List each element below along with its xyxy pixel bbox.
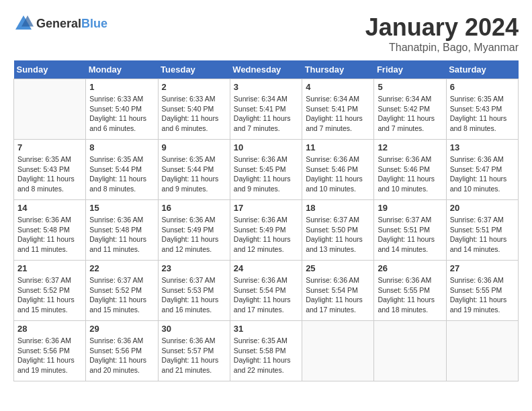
day-info: Sunrise: 6:36 AM Sunset: 5:54 PM Dayligh…: [306, 275, 370, 315]
day-info: Sunrise: 6:36 AM Sunset: 5:48 PM Dayligh…: [89, 215, 154, 255]
calendar-cell: [374, 321, 446, 381]
weekday-header-friday: Friday: [374, 60, 446, 79]
day-info: Sunrise: 6:37 AM Sunset: 5:50 PM Dayligh…: [306, 215, 370, 255]
calendar-cell: 15Sunrise: 6:36 AM Sunset: 5:48 PM Dayli…: [86, 200, 158, 261]
location-title: Thanatpin, Bago, Myanmar: [365, 42, 519, 54]
day-info: Sunrise: 6:36 AM Sunset: 5:54 PM Dayligh…: [234, 275, 298, 315]
calendar-cell: 27Sunrise: 6:36 AM Sunset: 5:55 PM Dayli…: [446, 261, 518, 321]
day-info: Sunrise: 6:36 AM Sunset: 5:55 PM Dayligh…: [450, 275, 515, 315]
day-number: 10: [234, 142, 298, 152]
day-info: Sunrise: 6:37 AM Sunset: 5:52 PM Dayligh…: [89, 275, 154, 315]
calendar-cell: 8Sunrise: 6:35 AM Sunset: 5:44 PM Daylig…: [86, 140, 158, 200]
calendar-cell: 29Sunrise: 6:36 AM Sunset: 5:56 PM Dayli…: [86, 321, 158, 381]
calendar-cell: 31Sunrise: 6:35 AM Sunset: 5:58 PM Dayli…: [230, 321, 302, 381]
calendar-cell: 5Sunrise: 6:34 AM Sunset: 5:42 PM Daylig…: [374, 79, 446, 140]
page-header: GeneralBlue January 2024 Thanatpin, Bago…: [13, 13, 519, 54]
day-number: 15: [89, 203, 154, 213]
logo-general-text: General: [36, 17, 81, 30]
day-info: Sunrise: 6:35 AM Sunset: 5:44 PM Dayligh…: [89, 154, 154, 194]
day-number: 22: [89, 263, 154, 273]
day-info: Sunrise: 6:37 AM Sunset: 5:53 PM Dayligh…: [162, 275, 226, 315]
weekday-header-wednesday: Wednesday: [230, 60, 302, 79]
day-number: 3: [234, 82, 298, 92]
day-info: Sunrise: 6:36 AM Sunset: 5:45 PM Dayligh…: [234, 154, 298, 194]
logo: GeneralBlue: [13, 13, 107, 34]
day-info: Sunrise: 6:36 AM Sunset: 5:49 PM Dayligh…: [162, 215, 226, 255]
calendar-cell: 20Sunrise: 6:37 AM Sunset: 5:51 PM Dayli…: [446, 200, 518, 261]
day-info: Sunrise: 6:35 AM Sunset: 5:44 PM Dayligh…: [162, 154, 226, 194]
calendar-cell: 4Sunrise: 6:34 AM Sunset: 5:41 PM Daylig…: [302, 79, 374, 140]
day-number: 8: [89, 142, 154, 152]
day-info: Sunrise: 6:33 AM Sunset: 5:40 PM Dayligh…: [162, 94, 226, 134]
day-number: 18: [306, 203, 370, 213]
day-info: Sunrise: 6:36 AM Sunset: 5:46 PM Dayligh…: [306, 154, 370, 194]
calendar-cell: 11Sunrise: 6:36 AM Sunset: 5:46 PM Dayli…: [302, 140, 374, 200]
weekday-header-monday: Monday: [86, 60, 158, 79]
calendar-cell: 6Sunrise: 6:35 AM Sunset: 5:43 PM Daylig…: [446, 79, 518, 140]
day-info: Sunrise: 6:36 AM Sunset: 5:56 PM Dayligh…: [89, 336, 154, 375]
day-number: 31: [234, 324, 298, 334]
calendar-cell: 12Sunrise: 6:36 AM Sunset: 5:46 PM Dayli…: [374, 140, 446, 200]
day-number: 5: [378, 82, 442, 92]
day-info: Sunrise: 6:34 AM Sunset: 5:41 PM Dayligh…: [306, 94, 370, 134]
day-number: 21: [17, 263, 82, 273]
day-number: 1: [89, 82, 154, 92]
day-info: Sunrise: 6:35 AM Sunset: 5:43 PM Dayligh…: [450, 94, 515, 134]
calendar-cell: 25Sunrise: 6:36 AM Sunset: 5:54 PM Dayli…: [302, 261, 374, 321]
calendar-cell: 16Sunrise: 6:36 AM Sunset: 5:49 PM Dayli…: [158, 200, 230, 261]
day-info: Sunrise: 6:36 AM Sunset: 5:55 PM Dayligh…: [378, 275, 442, 315]
day-info: Sunrise: 6:33 AM Sunset: 5:40 PM Dayligh…: [89, 94, 154, 134]
weekday-header-sunday: Sunday: [14, 60, 86, 79]
calendar-cell: 21Sunrise: 6:37 AM Sunset: 5:52 PM Dayli…: [14, 261, 86, 321]
calendar-cell: 23Sunrise: 6:37 AM Sunset: 5:53 PM Dayli…: [158, 261, 230, 321]
calendar-cell: 1Sunrise: 6:33 AM Sunset: 5:40 PM Daylig…: [86, 79, 158, 140]
day-number: 27: [450, 263, 515, 273]
day-number: 17: [234, 203, 298, 213]
calendar-cell: 19Sunrise: 6:37 AM Sunset: 5:51 PM Dayli…: [374, 200, 446, 261]
calendar-cell: [14, 79, 86, 140]
calendar-cell: 13Sunrise: 6:36 AM Sunset: 5:47 PM Dayli…: [446, 140, 518, 200]
calendar-cell: 3Sunrise: 6:34 AM Sunset: 5:41 PM Daylig…: [230, 79, 302, 140]
day-info: Sunrise: 6:36 AM Sunset: 5:46 PM Dayligh…: [378, 154, 442, 194]
day-number: 9: [162, 142, 226, 152]
day-number: 12: [378, 142, 442, 152]
day-number: 16: [162, 203, 226, 213]
month-title: January 2024: [365, 13, 519, 42]
calendar-cell: 2Sunrise: 6:33 AM Sunset: 5:40 PM Daylig…: [158, 79, 230, 140]
calendar-cell: [446, 321, 518, 381]
calendar-cell: 18Sunrise: 6:37 AM Sunset: 5:50 PM Dayli…: [302, 200, 374, 261]
calendar-cell: 10Sunrise: 6:36 AM Sunset: 5:45 PM Dayli…: [230, 140, 302, 200]
weekday-header-thursday: Thursday: [302, 60, 374, 79]
week-row-5: 28Sunrise: 6:36 AM Sunset: 5:56 PM Dayli…: [14, 321, 519, 381]
day-number: 2: [162, 82, 226, 92]
calendar-cell: 22Sunrise: 6:37 AM Sunset: 5:52 PM Dayli…: [86, 261, 158, 321]
calendar-table: SundayMondayTuesdayWednesdayThursdayFrid…: [13, 60, 519, 381]
day-number: 19: [378, 203, 442, 213]
title-block: January 2024 Thanatpin, Bago, Myanmar: [365, 13, 519, 54]
weekday-header-saturday: Saturday: [446, 60, 518, 79]
day-number: 30: [162, 324, 226, 334]
day-info: Sunrise: 6:35 AM Sunset: 5:58 PM Dayligh…: [234, 336, 298, 375]
calendar-cell: 30Sunrise: 6:36 AM Sunset: 5:57 PM Dayli…: [158, 321, 230, 381]
day-number: 4: [306, 82, 370, 92]
week-row-1: 1Sunrise: 6:33 AM Sunset: 5:40 PM Daylig…: [14, 79, 519, 140]
week-row-3: 14Sunrise: 6:36 AM Sunset: 5:48 PM Dayli…: [14, 200, 519, 261]
calendar-cell: 7Sunrise: 6:35 AM Sunset: 5:43 PM Daylig…: [14, 140, 86, 200]
day-info: Sunrise: 6:35 AM Sunset: 5:43 PM Dayligh…: [17, 154, 82, 194]
day-info: Sunrise: 6:34 AM Sunset: 5:42 PM Dayligh…: [378, 94, 442, 134]
day-number: 29: [89, 324, 154, 334]
day-number: 13: [450, 142, 515, 152]
day-info: Sunrise: 6:36 AM Sunset: 5:57 PM Dayligh…: [162, 336, 226, 375]
week-row-4: 21Sunrise: 6:37 AM Sunset: 5:52 PM Dayli…: [14, 261, 519, 321]
day-number: 25: [306, 263, 370, 273]
day-number: 24: [234, 263, 298, 273]
logo-blue-text: Blue: [81, 17, 107, 30]
week-row-2: 7Sunrise: 6:35 AM Sunset: 5:43 PM Daylig…: [14, 140, 519, 200]
day-info: Sunrise: 6:37 AM Sunset: 5:51 PM Dayligh…: [450, 215, 515, 255]
day-number: 14: [17, 203, 82, 213]
calendar-cell: 17Sunrise: 6:36 AM Sunset: 5:49 PM Dayli…: [230, 200, 302, 261]
day-info: Sunrise: 6:37 AM Sunset: 5:51 PM Dayligh…: [378, 215, 442, 255]
day-info: Sunrise: 6:34 AM Sunset: 5:41 PM Dayligh…: [234, 94, 298, 134]
weekday-header-tuesday: Tuesday: [158, 60, 230, 79]
calendar-cell: 28Sunrise: 6:36 AM Sunset: 5:56 PM Dayli…: [14, 321, 86, 381]
